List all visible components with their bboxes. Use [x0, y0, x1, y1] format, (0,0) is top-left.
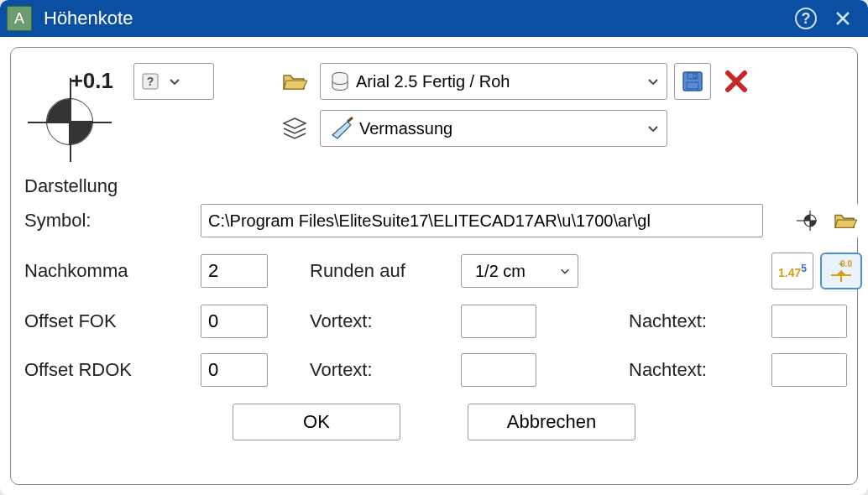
rdok-nachtext-input[interactable]	[771, 353, 847, 387]
trowel-icon	[329, 117, 354, 140]
runden-label: Runden auf	[310, 260, 452, 282]
symbol-path-input[interactable]	[201, 204, 763, 237]
symbol-label: Symbol:	[24, 210, 192, 232]
browse-symbol-button[interactable]	[829, 204, 862, 237]
svg-rect-6	[693, 74, 696, 78]
cancel-button[interactable]: Abbrechen	[468, 404, 635, 440]
close-button[interactable]	[824, 0, 861, 37]
svg-marker-7	[332, 122, 351, 138]
database-icon	[329, 70, 351, 92]
fok-vortext-input[interactable]	[461, 305, 536, 338]
round-value: 1/2 cm	[470, 262, 551, 281]
text-style-label: Arial 2.5 Fertig / Roh	[351, 72, 638, 91]
save-button[interactable]	[674, 63, 711, 100]
layers-button[interactable]	[276, 110, 313, 147]
number-format-icon: 1.475	[778, 263, 807, 279]
svg-text:0.0: 0.0	[840, 259, 852, 268]
layer-label: Vermassung	[354, 119, 638, 138]
nachkomma-input[interactable]	[201, 254, 268, 288]
ok-label: OK	[303, 411, 330, 433]
nachkomma-label: Nachkomma	[24, 260, 192, 282]
pick-symbol-button[interactable]	[790, 204, 824, 237]
chevron-down-icon	[168, 75, 181, 88]
unknown-type-icon: ?	[141, 72, 159, 91]
chevron-down-icon	[559, 265, 571, 277]
delete-icon	[724, 69, 749, 94]
rdok-vortext-label: Vortext:	[310, 359, 452, 381]
folder-icon	[282, 70, 307, 92]
rdok-nachtext-label: Nachtext:	[629, 359, 763, 381]
svg-line-8	[348, 117, 353, 122]
offset-fok-input[interactable]	[201, 305, 268, 338]
svg-rect-5	[687, 82, 698, 89]
cancel-label: Abbrechen	[507, 411, 596, 433]
ok-button[interactable]: OK	[233, 404, 400, 440]
preview-value: +0.1	[71, 68, 113, 94]
level-reference-icon: + 0.0	[824, 257, 858, 285]
height-marker-preview-icon: +0.1	[24, 63, 117, 155]
section-legend: Darstellung	[24, 175, 862, 197]
help-button[interactable]: ?	[787, 0, 824, 37]
rdok-vortext-input[interactable]	[461, 353, 536, 387]
offset-fok-label: Offset FOK	[24, 310, 192, 332]
number-format-button[interactable]: 1.475	[771, 253, 813, 289]
round-combo[interactable]: 1/2 cm	[461, 254, 578, 288]
layers-icon	[281, 116, 308, 141]
type-combo[interactable]: ?	[133, 63, 214, 100]
help-icon: ?	[795, 8, 817, 29]
fok-vortext-label: Vortext:	[310, 310, 452, 332]
close-icon	[834, 10, 851, 27]
level-reference-button[interactable]: + 0.0	[820, 253, 862, 289]
fok-nachtext-label: Nachtext:	[629, 310, 763, 332]
fok-nachtext-input[interactable]	[771, 305, 847, 338]
titlebar: A Höhenkote ?	[0, 0, 868, 37]
chevron-down-icon	[646, 122, 660, 135]
layer-combo[interactable]: Vermassung	[320, 110, 667, 147]
window-title: Höhenkote	[44, 8, 787, 29]
height-marker-small-icon	[795, 209, 818, 232]
save-icon	[681, 70, 704, 93]
svg-text:?: ?	[147, 75, 154, 88]
chevron-down-icon	[646, 75, 660, 88]
text-style-combo[interactable]: Arial 2.5 Fertig / Roh	[320, 63, 667, 100]
offset-rdok-input[interactable]	[201, 353, 268, 387]
folder-icon	[834, 211, 857, 231]
app-icon: A	[7, 6, 32, 31]
offset-rdok-label: Offset RDOK	[24, 359, 192, 381]
folder-open-button[interactable]	[276, 63, 313, 100]
delete-button[interactable]	[718, 63, 755, 100]
